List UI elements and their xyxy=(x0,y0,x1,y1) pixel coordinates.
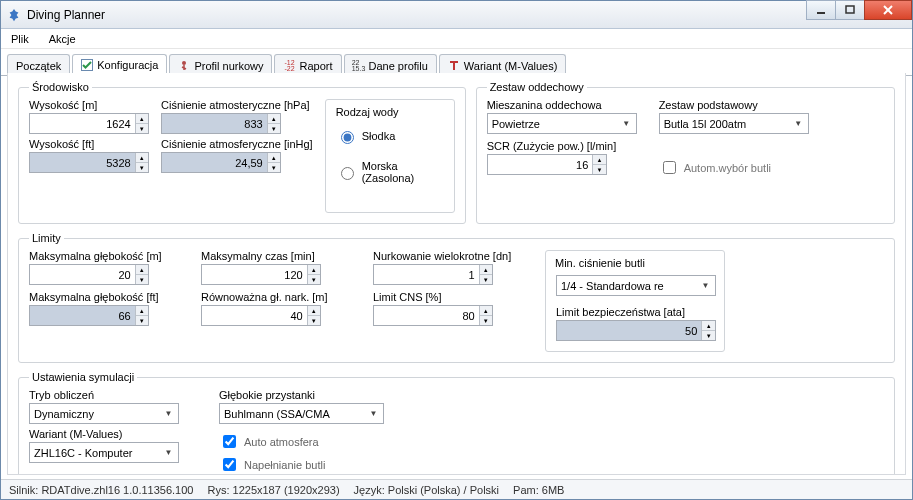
menu-plik[interactable]: Plik xyxy=(11,33,29,45)
svg-point-5 xyxy=(182,61,186,65)
scr-input[interactable] xyxy=(488,155,593,174)
auto-atmosfera-checkbox[interactable] xyxy=(223,435,236,448)
autom-wybor-checkbox[interactable] xyxy=(663,161,676,174)
mieszanina-label: Mieszanina oddechowa xyxy=(487,99,637,111)
wysokosc-ft-label: Wysokość [ft] xyxy=(29,138,149,150)
tryb-select[interactable]: Dynamiczny▼ xyxy=(29,403,179,424)
wysokosc-m-input[interactable] xyxy=(30,114,135,133)
napelnianie-label: Napełnianie butli xyxy=(244,459,325,471)
max-czas-input[interactable] xyxy=(202,265,307,284)
wariant-mvalues-label: Wariant (M-Values) xyxy=(29,428,189,440)
cisn-hpa-spin[interactable]: ▲▼ xyxy=(267,114,280,133)
status-rys: Rys: 1225x187 (1920x293) xyxy=(207,484,339,496)
cisn-hpa-label: Ciśnienie atmosteryczne [hPa] xyxy=(161,99,313,111)
max-gl-m-label: Maksymalna głębokość [m] xyxy=(29,250,179,262)
zestaw-oddechowy-legend: Zestaw oddechowy xyxy=(487,81,587,93)
limit-bezp-label: Limit bezpieczeństwa [ata] xyxy=(556,306,714,318)
cns-spin[interactable]: ▲▼ xyxy=(479,306,492,325)
wielokrotne-input[interactable] xyxy=(374,265,479,284)
srodowisko-legend: Środowisko xyxy=(29,81,92,93)
max-gl-ft-input[interactable] xyxy=(30,306,135,325)
minimize-button[interactable] xyxy=(806,0,836,20)
zestaw-podst-label: Zestaw podstawowy xyxy=(659,99,809,111)
svg-rect-1 xyxy=(846,6,854,13)
zestaw-podst-select[interactable]: Butla 15l 200atm▼ xyxy=(659,113,809,134)
checkbox-icon xyxy=(81,59,93,71)
limit-bezp-input[interactable] xyxy=(557,321,701,340)
title-bar: Diving Planner xyxy=(1,1,912,29)
wysokosc-ft-spin[interactable]: ▲▼ xyxy=(135,153,148,172)
dropdown-icon: ▼ xyxy=(698,278,713,293)
diver-icon xyxy=(178,60,190,72)
maximize-button[interactable] xyxy=(835,0,865,20)
window-title: Diving Planner xyxy=(27,8,105,22)
dropdown-icon: ▼ xyxy=(161,406,176,421)
morska-radio[interactable] xyxy=(341,167,354,180)
tab-content: Środowisko Wysokość [m] ▲▼ Ciśnienie atm… xyxy=(7,73,906,475)
cisn-inhg-spin[interactable]: ▲▼ xyxy=(267,153,280,172)
slodka-radio[interactable] xyxy=(341,131,354,144)
max-gl-m-input[interactable] xyxy=(30,265,135,284)
status-silnik: Silnik: RDATdive.zhl16 1.0.11356.100 xyxy=(9,484,193,496)
rodzaj-wody-label: Rodzaj wody xyxy=(336,106,444,118)
limity-legend: Limity xyxy=(29,232,64,244)
wysokosc-ft-input[interactable] xyxy=(30,153,135,172)
max-gl-ft-label: Maksymalna głębokość [ft] xyxy=(29,291,179,303)
close-button[interactable] xyxy=(864,0,912,20)
dropdown-icon: ▼ xyxy=(366,406,381,421)
scr-label: SCR (Zużycie pow.) [l/min] xyxy=(487,140,637,152)
decimals-icon: 2215.3 xyxy=(353,60,365,72)
morska-label: Morska (Zasolona) xyxy=(362,160,444,184)
cns-input[interactable] xyxy=(374,306,479,325)
status-jezyk: Język: Polski (Polska) / Polski xyxy=(354,484,499,496)
ustawienia-symulacji-group: Ustawienia symulacji Tryb obliczeń Dynam… xyxy=(18,371,895,475)
dropdown-icon: ▼ xyxy=(161,445,176,460)
cisn-inhg-label: Ciśnienie atmosferyczne [inHg] xyxy=(161,138,313,150)
dropdown-icon: ▼ xyxy=(791,116,806,131)
wielokrotne-label: Nurkowanie wielokrotne [dn] xyxy=(373,250,523,262)
rodzaj-wody-group: Rodzaj wody Słodka Morska (Zasolona) xyxy=(325,99,455,213)
max-gl-m-spin[interactable]: ▲▼ xyxy=(135,265,148,284)
cisn-hpa-input[interactable] xyxy=(162,114,267,133)
status-bar: Silnik: RDATdive.zhl16 1.0.11356.100 Rys… xyxy=(1,479,912,499)
srodowisko-group: Środowisko Wysokość [m] ▲▼ Ciśnienie atm… xyxy=(18,81,466,224)
status-pam: Pam: 6MB xyxy=(513,484,564,496)
app-icon xyxy=(7,8,21,22)
cns-label: Limit CNS [%] xyxy=(373,291,523,303)
wysokosc-m-label: Wysokość [m] xyxy=(29,99,149,111)
nark-input[interactable] xyxy=(202,306,307,325)
min-cisn-select[interactable]: 1/4 - Standardowa re▼ xyxy=(556,275,716,296)
wariant-mvalues-select[interactable]: ZHL16C - Komputer▼ xyxy=(29,442,179,463)
menu-akcje[interactable]: Akcje xyxy=(49,33,76,45)
tab-bar: Początek Konfiguracja Profil nurkowy -12… xyxy=(1,49,912,76)
wysokosc-m-spin[interactable]: ▲▼ xyxy=(135,114,148,133)
slodka-label: Słodka xyxy=(362,130,396,142)
nark-spin[interactable]: ▲▼ xyxy=(307,306,320,325)
zestaw-oddechowy-group: Zestaw oddechowy Mieszanina oddechowa Po… xyxy=(476,81,895,224)
tryb-label: Tryb obliczeń xyxy=(29,389,189,401)
max-gl-ft-spin[interactable]: ▲▼ xyxy=(135,306,148,325)
menu-bar: Plik Akcje xyxy=(1,29,912,49)
dropdown-icon: ▼ xyxy=(619,116,634,131)
limit-bezp-spin[interactable]: ▲▼ xyxy=(701,321,715,340)
przystanki-label: Głębokie przystanki xyxy=(219,389,419,401)
scr-spin[interactable]: ▲▼ xyxy=(592,155,605,174)
cisn-inhg-input[interactable] xyxy=(162,153,267,172)
max-czas-spin[interactable]: ▲▼ xyxy=(307,265,320,284)
numbers-icon: -12-22 xyxy=(283,60,295,72)
min-cisn-legend: Min. ciśnienie butli xyxy=(552,257,648,269)
ustawienia-symulacji-legend: Ustawienia symulacji xyxy=(29,371,137,383)
napelnianie-checkbox[interactable] xyxy=(223,458,236,471)
auto-atmosfera-label: Auto atmosfera xyxy=(244,436,319,448)
mieszanina-select[interactable]: Powietrze▼ xyxy=(487,113,637,134)
wielokrotne-spin[interactable]: ▲▼ xyxy=(479,265,492,284)
autom-wybor-label: Autom.wybór butli xyxy=(684,162,771,174)
t-icon xyxy=(448,60,460,72)
przystanki-select[interactable]: Buhlmann (SSA/CMA▼ xyxy=(219,403,384,424)
nark-label: Równoważna gł. nark. [m] xyxy=(201,291,351,303)
max-czas-label: Maksymalny czas [min] xyxy=(201,250,351,262)
limity-group: Limity Maksymalna głębokość [m] ▲▼ Maksy… xyxy=(18,232,895,363)
